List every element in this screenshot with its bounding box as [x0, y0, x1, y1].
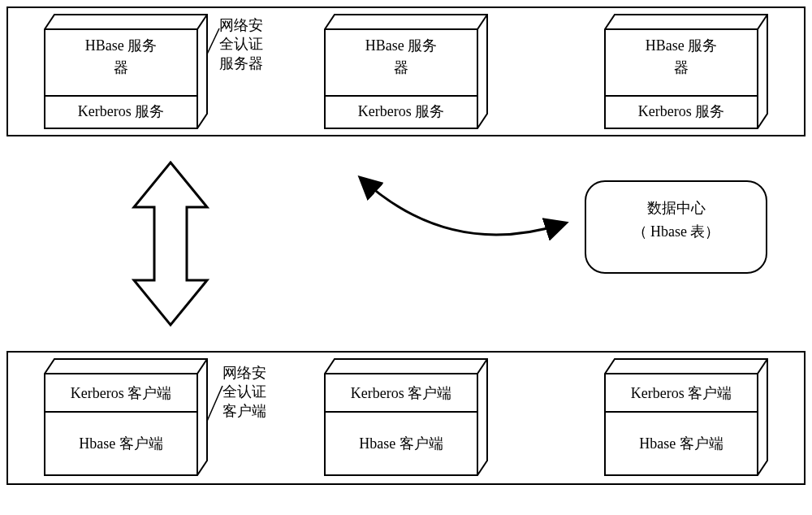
- client-2-kerberos: Kerberos 客户端: [325, 383, 477, 403]
- client-1-kerberos: Kerberos 客户端: [45, 383, 197, 403]
- data-center-box: 数据中心 （ Hbase 表）: [585, 180, 767, 274]
- server-box-2: HBase 服务 器 Kerberos 服务: [325, 15, 487, 128]
- client-box-2: Kerberos 客户端 Hbase 客户端: [325, 359, 487, 475]
- server-1-title: HBase 服务 器: [45, 35, 197, 79]
- svg-marker-16: [134, 162, 207, 325]
- svg-marker-25: [325, 359, 487, 475]
- client-annotation: 网络安 全认证 客户端: [222, 364, 266, 421]
- server-box-3: HBase 服务 器 Kerberos 服务: [605, 15, 767, 128]
- data-center-label-1: 数据中心: [586, 197, 766, 220]
- server-1-service: Kerberos 服务: [45, 102, 197, 121]
- client-box-1: Kerberos 客户端 Hbase 客户端: [45, 359, 207, 475]
- client-2-hbase: Hbase 客户端: [325, 434, 477, 453]
- server-3-title: HBase 服务 器: [605, 35, 758, 79]
- client-annotation-line: [205, 386, 224, 435]
- data-center-label-2: （ Hbase 表）: [586, 220, 766, 244]
- server-2-title: HBase 服务 器: [325, 35, 477, 79]
- svg-marker-20: [45, 359, 207, 475]
- client-1-hbase: Hbase 客户端: [45, 434, 197, 453]
- server-box-1: HBase 服务 器 Kerberos 服务: [45, 15, 207, 128]
- server-annotation: 网络安 全认证 服务器: [219, 16, 263, 73]
- client-box-3: Kerberos 客户端 Hbase 客户端: [605, 359, 767, 475]
- server-2-service: Kerberos 服务: [325, 102, 477, 121]
- svg-line-19: [205, 386, 222, 425]
- server-3-service: Kerberos 服务: [605, 102, 758, 121]
- curved-arrow-icon: [353, 171, 572, 268]
- client-3-hbase: Hbase 客户端: [605, 434, 758, 453]
- svg-marker-30: [605, 359, 767, 475]
- client-3-kerberos: Kerberos 客户端: [605, 383, 758, 403]
- bidirectional-arrow-icon: [134, 162, 207, 325]
